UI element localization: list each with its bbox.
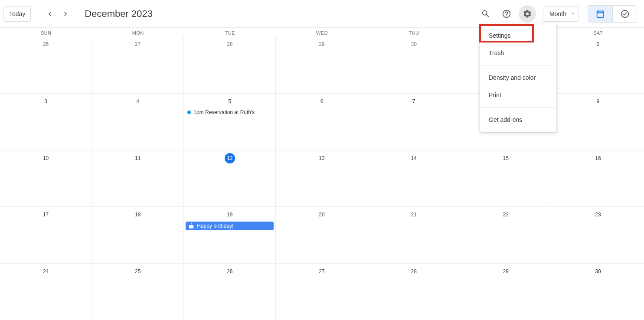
day-cell[interactable]: 7	[368, 94, 460, 150]
day-number: 28	[368, 266, 460, 277]
day-number: 9	[552, 96, 644, 107]
calendar-week: 24252627282930	[0, 263, 644, 320]
day-number: 26	[184, 266, 275, 277]
day-cell[interactable]: 15	[460, 150, 552, 207]
calendar-view-button[interactable]	[588, 6, 612, 22]
day-number: 16	[552, 153, 644, 163]
day-cell[interactable]: 3	[0, 94, 92, 150]
day-cell[interactable]: 28	[368, 264, 460, 320]
help-icon	[502, 9, 511, 19]
day-number: 15	[460, 153, 552, 163]
day-number: 6	[276, 96, 367, 107]
weekday-header: MON	[92, 28, 184, 36]
day-cell[interactable]: 6	[276, 94, 368, 150]
day-cell[interactable]: 9	[552, 94, 644, 150]
day-cell[interactable]: 12	[184, 150, 276, 207]
day-number: 25	[92, 266, 183, 277]
day-number: 19	[184, 209, 275, 220]
day-cell[interactable]: 17	[0, 207, 92, 263]
menu-item-density-and-color[interactable]: Density and color	[480, 69, 556, 86]
day-number: 20	[276, 209, 367, 220]
day-cell[interactable]: 10	[0, 150, 92, 207]
day-cell[interactable]: 16	[552, 150, 644, 207]
day-cell[interactable]: 18	[92, 207, 184, 263]
day-cell[interactable]: 22	[460, 207, 552, 263]
day-number: 2	[552, 39, 644, 49]
day-cell[interactable]: 29	[276, 36, 368, 93]
caret-down-icon	[571, 12, 575, 16]
tasks-view-button[interactable]	[612, 6, 637, 22]
day-cell[interactable]: 13	[276, 150, 368, 207]
day-number: 4	[92, 96, 183, 107]
day-cell[interactable]: 20	[276, 207, 368, 263]
day-cell[interactable]: 24	[0, 264, 92, 320]
view-select-label: Month	[549, 10, 566, 17]
menu-divider	[480, 65, 556, 65]
gear-icon	[523, 9, 532, 19]
month-year-title: December 2023	[85, 8, 153, 20]
day-cell[interactable]: 26	[184, 264, 276, 320]
day-number: 23	[552, 209, 644, 220]
menu-item-settings[interactable]: Settings	[480, 27, 556, 44]
day-cell[interactable]: 51pm Reservation at Ruth's	[184, 94, 276, 150]
day-cell[interactable]: 25	[92, 264, 184, 320]
settings-button[interactable]	[519, 5, 536, 23]
day-cell[interactable]: 28	[184, 36, 276, 93]
day-number: 14	[368, 153, 460, 163]
day-number: 26	[0, 39, 92, 49]
next-month-button[interactable]	[59, 7, 72, 21]
day-number-today: 12	[225, 153, 235, 163]
day-cell[interactable]: 11	[92, 150, 184, 207]
day-number: 3	[0, 96, 92, 107]
day-number: 30	[368, 39, 460, 49]
weekday-header: TUE	[184, 28, 276, 36]
day-events: Happy birthday!	[184, 222, 275, 230]
menu-item-get-add-ons[interactable]: Get add-ons	[480, 111, 556, 128]
menu-divider	[480, 107, 556, 108]
day-number: 10	[0, 153, 92, 163]
view-select[interactable]: Month	[543, 6, 579, 22]
event-dot-icon	[187, 111, 191, 114]
day-number: 17	[0, 209, 92, 220]
chevron-right-icon	[61, 10, 70, 18]
search-icon	[481, 9, 490, 19]
event-timed[interactable]: 1pm Reservation at Ruth's	[186, 108, 274, 116]
calendar-icon	[595, 9, 605, 19]
event-label: Happy birthday!	[197, 223, 233, 229]
day-number: 29	[276, 39, 367, 49]
search-button[interactable]	[477, 5, 494, 23]
calendar-week: 10111213141516	[0, 150, 644, 207]
day-cell[interactable]: 4	[92, 94, 184, 150]
day-cell[interactable]: 19Happy birthday!	[184, 207, 276, 263]
today-button[interactable]: Today	[3, 6, 31, 22]
settings-menu: SettingsTrashDensity and colorPrintGet a…	[480, 23, 556, 132]
day-cell[interactable]: 27	[276, 264, 368, 320]
weekday-header: WED	[276, 28, 368, 36]
cake-icon	[188, 223, 194, 229]
day-cell[interactable]: 23	[552, 207, 644, 263]
weekday-header: SUN	[0, 28, 92, 36]
menu-item-trash[interactable]: Trash	[480, 44, 556, 62]
day-cell[interactable]: 26	[0, 36, 92, 93]
day-cell[interactable]: 30	[368, 36, 460, 93]
view-switcher	[588, 5, 637, 23]
event-label: 1pm Reservation at Ruth's	[193, 109, 255, 115]
day-events: 1pm Reservation at Ruth's	[184, 108, 275, 116]
day-cell[interactable]: 2	[552, 36, 644, 93]
event-allday[interactable]: Happy birthday!	[186, 222, 274, 230]
day-cell[interactable]: 29	[460, 264, 552, 320]
support-button[interactable]	[498, 5, 515, 23]
chevron-left-icon	[46, 10, 54, 18]
day-number: 22	[460, 209, 552, 220]
day-number: 28	[184, 39, 275, 49]
weekday-header: SAT	[552, 28, 644, 36]
day-cell[interactable]: 21	[368, 207, 460, 263]
menu-item-print[interactable]: Print	[480, 86, 556, 104]
day-cell[interactable]: 30	[552, 264, 644, 320]
prev-month-button[interactable]	[43, 7, 57, 21]
day-cell[interactable]: 14	[368, 150, 460, 207]
day-cell[interactable]: 27	[92, 36, 184, 93]
day-number: 13	[276, 153, 367, 163]
day-number: 30	[552, 266, 644, 277]
day-number: 21	[368, 209, 460, 220]
